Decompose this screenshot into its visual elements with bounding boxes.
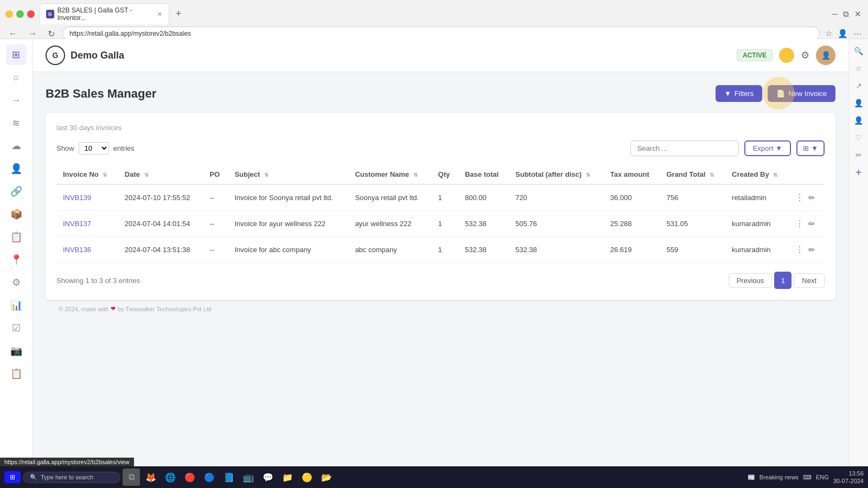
right-user-icon[interactable]: 👤: [851, 95, 866, 111]
brand-name: Demo Galla: [71, 50, 124, 61]
back-button[interactable]: ←: [5, 28, 21, 40]
breaking-news: Breaking news: [760, 474, 799, 480]
window-controls[interactable]: [5, 10, 35, 18]
right-user2-icon[interactable]: 👤: [851, 113, 866, 128]
profile-icon[interactable]: 👤: [837, 28, 849, 40]
notification-icon[interactable]: ⚡: [779, 48, 794, 63]
sidebar-item-list[interactable]: 📋: [6, 227, 27, 247]
filter-icon: ▼: [724, 89, 731, 98]
settings-icon[interactable]: ⋯: [852, 28, 863, 40]
maximize-btn[interactable]: [16, 10, 24, 18]
taskbar-search[interactable]: 🔍 Type here to search: [23, 472, 120, 483]
bookmark-icon[interactable]: ☆: [824, 28, 833, 40]
date-display: 30-07-2024: [833, 477, 864, 485]
sort-icon[interactable]: ⇅: [144, 172, 149, 178]
right-share-icon[interactable]: ↗: [851, 78, 866, 93]
sidebar-item-circle[interactable]: ○: [6, 67, 27, 88]
window-minimize-btn[interactable]: ─: [831, 8, 839, 20]
sort-icon[interactable]: ⇅: [264, 172, 269, 178]
sidebar-item-reports[interactable]: 📊: [6, 295, 27, 316]
grid-icon: ⊞: [803, 144, 809, 152]
window-restore-btn[interactable]: ⧉: [842, 8, 850, 20]
taskbar-app-antivirus[interactable]: 🔴: [181, 468, 199, 486]
taskbar-app-view[interactable]: ⧉: [123, 468, 140, 486]
sidebar-item-link[interactable]: 🔗: [6, 181, 27, 202]
gear-icon[interactable]: ⚙: [801, 49, 809, 61]
close-btn[interactable]: [27, 10, 35, 18]
taskbar-app-yt[interactable]: 📺: [240, 468, 257, 486]
main-wrapper: ⊞ ○ → ≋ ☁ 👤 🔗 📦 📋 📍 ⚙ 📊 ☑ 📷 📋 G Demo Gal…: [0, 39, 868, 488]
cell-subtotal: 505.76: [509, 211, 604, 237]
sidebar-item-location[interactable]: 📍: [6, 249, 27, 270]
forward-button[interactable]: →: [25, 28, 40, 40]
sidebar-item-tasks[interactable]: ☑: [6, 318, 27, 338]
row-action-menu[interactable]: ⋮: [795, 192, 804, 203]
sort-icon[interactable]: ⇅: [413, 172, 418, 178]
taskbar-app-chrome[interactable]: 🔵: [201, 468, 218, 486]
taskbar-app-firefox[interactable]: 🦊: [142, 468, 159, 486]
row-edit-icon[interactable]: ✏: [808, 245, 815, 255]
taskbar-app-explorer[interactable]: 📂: [318, 468, 335, 486]
heart-icon: ❤: [111, 305, 116, 312]
sidebar-item-grid[interactable]: ≋: [6, 113, 27, 133]
reload-button[interactable]: ↻: [44, 28, 58, 40]
new-tab-button[interactable]: +: [171, 7, 186, 21]
tab-close-icon[interactable]: ✕: [157, 11, 162, 18]
row-action-menu[interactable]: ⋮: [795, 219, 804, 229]
export-dropdown-icon: ▼: [775, 144, 782, 152]
minimize-btn[interactable]: [5, 10, 13, 18]
filters-button[interactable]: ▼ Filters: [716, 85, 762, 102]
page-number-button[interactable]: 1: [774, 272, 792, 289]
sidebar-item-arrow[interactable]: →: [6, 90, 27, 111]
row-edit-icon[interactable]: ✏: [808, 219, 815, 229]
right-edit-icon[interactable]: ✏: [851, 147, 866, 163]
right-heart-icon[interactable]: ♡: [851, 130, 866, 145]
cell-invoice-no: INVB137: [56, 211, 118, 237]
sidebar-item-cloud[interactable]: ☁: [6, 136, 27, 156]
entries-select[interactable]: 10 25 50 100: [79, 142, 109, 155]
taskbar-app-ie[interactable]: 🌐: [162, 468, 179, 486]
sidebar-item-user[interactable]: 👤: [6, 158, 27, 179]
right-star-icon[interactable]: ☆: [851, 61, 866, 76]
previous-button[interactable]: Previous: [729, 273, 773, 288]
sidebar-item-dashboard[interactable]: ⊞: [6, 44, 27, 65]
next-button[interactable]: Next: [794, 273, 825, 288]
taskbar-settings-icon[interactable]: ⌨: [803, 474, 812, 481]
view-toggle-button[interactable]: ⊞ ▼: [796, 140, 825, 156]
app-logo: G Demo Galla: [46, 46, 124, 65]
cell-subject: Invoice for Soonya retail pvt ltd.: [228, 184, 348, 211]
sidebar-item-notes[interactable]: 📋: [6, 363, 27, 384]
footer-text: © 2024, made with: [59, 306, 108, 312]
taskbar-search-icon: 🔍: [30, 474, 37, 481]
cell-base-total: 800.00: [458, 184, 509, 211]
sort-icon[interactable]: ⇅: [103, 172, 107, 178]
taskbar-app-more[interactable]: 🟡: [298, 468, 316, 486]
sort-icon[interactable]: ⇅: [586, 172, 590, 178]
export-button[interactable]: Export ▼: [744, 140, 791, 156]
plus-icon: 📄: [776, 89, 785, 98]
right-search-icon[interactable]: 🔍: [851, 43, 866, 59]
invoice-link[interactable]: INVB136: [63, 246, 91, 254]
sidebar-item-camera[interactable]: 📷: [6, 341, 27, 361]
user-avatar[interactable]: 👤: [816, 46, 835, 65]
new-invoice-button[interactable]: 📄 New Invoice: [768, 85, 835, 102]
row-action-menu[interactable]: ⋮: [795, 245, 804, 255]
taskbar-app-files[interactable]: 📁: [279, 468, 296, 486]
pagination-row: Showing 1 to 3 of 3 entries Previous 1 N…: [56, 272, 825, 289]
sidebar-item-settings[interactable]: ⚙: [6, 272, 27, 293]
active-tab[interactable]: G B2B SALES | Galla GST - Inventor... ✕: [39, 3, 169, 24]
invoice-link[interactable]: INVB139: [63, 194, 91, 202]
invoice-link[interactable]: INVB137: [63, 220, 91, 228]
cell-qty: 1: [432, 184, 458, 211]
sidebar-item-box[interactable]: 📦: [6, 204, 27, 224]
sort-icon[interactable]: ⇅: [773, 172, 777, 178]
app-header: G Demo Galla ACTIVE ⚡ ⚙ 👤: [33, 39, 848, 72]
start-button[interactable]: ⊞: [4, 471, 21, 483]
row-edit-icon[interactable]: ✏: [808, 193, 815, 203]
taskbar-app-skype[interactable]: 💬: [259, 468, 277, 486]
taskbar-app-fb[interactable]: 📘: [220, 468, 238, 486]
search-input[interactable]: [630, 140, 739, 156]
sort-icon[interactable]: ⇅: [710, 172, 714, 178]
window-close-btn[interactable]: ✕: [853, 8, 863, 20]
right-plus-icon[interactable]: +: [851, 165, 866, 180]
